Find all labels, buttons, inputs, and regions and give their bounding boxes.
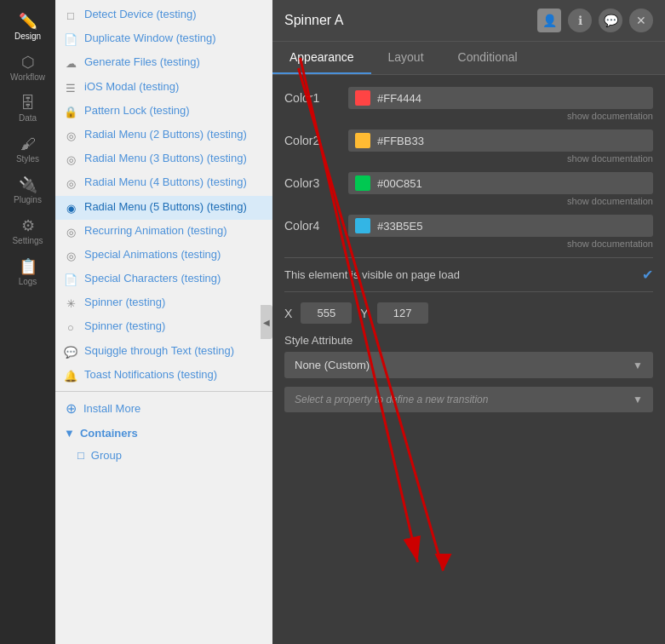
sidebar-item-workflow[interactable]: ⬡ Workflow xyxy=(0,48,55,89)
y-input[interactable] xyxy=(377,302,428,324)
sidebar-item-logs[interactable]: 📋 Logs xyxy=(0,252,55,293)
tab-appearance[interactable]: Appearance xyxy=(272,42,371,74)
color2-swatch-container[interactable]: #FFBB33 xyxy=(348,129,653,152)
color4-value: #33B5E5 xyxy=(377,220,423,233)
radial-menu-3-icon: ◎ xyxy=(64,152,77,168)
component-label: Squiggle through Text (testing) xyxy=(84,343,234,359)
color1-swatch-container[interactable]: #FF4444 xyxy=(348,87,653,109)
color1-label: Color1 xyxy=(284,91,340,105)
color4-swatch-container[interactable]: #33B5E5 xyxy=(348,215,653,237)
design-icon: ✏️ xyxy=(19,14,37,29)
color4-show-doc[interactable]: show documentation xyxy=(284,239,653,249)
component-label: Radial Menu (3 Buttons) (testing) xyxy=(84,151,247,166)
color2-field: Color2 #FFBB33 xyxy=(284,129,653,152)
x-input[interactable] xyxy=(301,302,352,324)
component-label: Radial Menu (4 Buttons) (testing) xyxy=(84,175,247,190)
component-detect-device[interactable]: □ Detect Device (testing) xyxy=(55,3,272,27)
component-spinner-1[interactable]: ✳ Spinner (testing) xyxy=(55,291,272,315)
y-label: Y xyxy=(360,307,368,320)
component-special-characters[interactable]: 📄 Special Characters (testing) xyxy=(55,267,272,291)
xy-row: X Y xyxy=(284,302,653,324)
tab-conditional[interactable]: Conditional xyxy=(441,42,535,74)
avatar-button[interactable]: 👤 xyxy=(537,9,561,32)
sidebar-item-data[interactable]: 🗄 Data xyxy=(0,89,55,129)
color3-show-doc[interactable]: show documentation xyxy=(284,196,653,206)
ios-modal-icon: ☰ xyxy=(64,81,77,96)
info-button[interactable]: ℹ xyxy=(568,9,592,32)
containers-header[interactable]: ▼ Containers xyxy=(55,422,272,445)
components-list: □ Detect Device (testing) 📄 Duplicate Wi… xyxy=(55,0,272,469)
transition-placeholder: Select a property to define a new transi… xyxy=(295,394,488,405)
prop-body: Color1 #FF4444 show documentation Color2… xyxy=(272,75,665,644)
color1-value: #FF4444 xyxy=(377,92,421,105)
component-radial-menu-4[interactable]: ◎ Radial Menu (4 Buttons) (testing) xyxy=(55,171,272,195)
radial-menu-5-icon: ◉ xyxy=(64,201,77,216)
header-actions: 👤 ℹ 💬 ✕ xyxy=(537,9,653,32)
component-radial-menu-3[interactable]: ◎ Radial Menu (3 Buttons) (testing) xyxy=(55,147,272,171)
spinner-1-icon: ✳ xyxy=(64,296,77,312)
recurring-animation-icon: ◎ xyxy=(64,225,77,240)
sidebar-item-settings[interactable]: ⚙ Settings xyxy=(0,211,55,252)
chat-button[interactable]: 💬 xyxy=(599,9,622,32)
component-label: Radial Menu (2 Buttons) (testing) xyxy=(84,127,247,142)
properties-header: Spinner A 👤 ℹ 💬 ✕ xyxy=(272,0,665,42)
sidebar-label-logs: Logs xyxy=(19,278,37,286)
transition-dropdown[interactable]: Select a property to define a new transi… xyxy=(284,387,653,412)
transition-chevron-icon: ▼ xyxy=(633,394,643,405)
component-group[interactable]: □ Group xyxy=(55,445,272,466)
generate-files-icon: ☁ xyxy=(64,56,77,72)
containers-label: Containers xyxy=(80,427,138,440)
install-more-label: Install More xyxy=(83,402,140,415)
component-label: Pattern Lock (testing) xyxy=(84,103,190,118)
component-radial-menu-5[interactable]: ◉ Radial Menu (5 Buttons) (testing) xyxy=(55,196,272,220)
style-attribute-label: Style Attribute xyxy=(284,334,653,347)
data-icon: 🗄 xyxy=(20,95,36,111)
color2-row: Color2 #FFBB33 show documentation xyxy=(284,129,653,164)
component-label: Detect Device (testing) xyxy=(84,7,197,22)
component-pattern-lock[interactable]: 🔒 Pattern Lock (testing) xyxy=(55,100,272,124)
spinner-2-icon: ○ xyxy=(64,320,77,336)
component-squiggle[interactable]: 💬 Squiggle through Text (testing) xyxy=(55,340,272,364)
squiggle-icon: 💬 xyxy=(64,345,77,360)
prop-tabs: Appearance Layout Conditional xyxy=(272,42,665,75)
color2-show-doc[interactable]: show documentation xyxy=(284,153,653,164)
sidebar-item-design[interactable]: ✏️ Design xyxy=(0,7,55,48)
component-radial-menu-2[interactable]: ◎ Radial Menu (2 Buttons) (testing) xyxy=(55,124,272,147)
special-animations-icon: ◎ xyxy=(64,249,77,264)
component-generate-files[interactable]: ☁ Generate Files (testing) xyxy=(55,51,272,75)
panel-collapse-button[interactable]: ◀ xyxy=(261,305,272,339)
color3-swatch xyxy=(355,175,370,191)
component-duplicate-window[interactable]: 📄 Duplicate Window (testing) xyxy=(55,27,272,51)
install-more-button[interactable]: ⊕ Install More xyxy=(55,395,272,422)
component-recurring-animation[interactable]: ◎ Recurring Animation (testing) xyxy=(55,220,272,244)
sidebar-label-design: Design xyxy=(14,32,41,41)
color3-swatch-container[interactable]: #00C851 xyxy=(348,172,653,194)
sidebar-item-plugins[interactable]: 🔌 Plugins xyxy=(0,170,55,211)
visible-row: This element is visible on page load ✔ xyxy=(284,257,653,292)
component-toast[interactable]: 🔔 Toast Notifications (testing) xyxy=(55,364,272,388)
component-label: Special Animations (testing) xyxy=(84,247,221,262)
color2-label: Color2 xyxy=(284,134,340,147)
component-spinner-2[interactable]: ○ Spinner (testing) xyxy=(55,315,272,339)
style-attribute-dropdown[interactable]: None (Custom) ▼ xyxy=(284,352,653,378)
sidebar-item-styles[interactable]: 🖌 Styles xyxy=(0,129,55,170)
style-attribute-chevron-icon: ▼ xyxy=(633,359,643,371)
toast-icon: 🔔 xyxy=(64,369,77,384)
group-icon: □ xyxy=(77,449,84,462)
component-ios-modal[interactable]: ☰ iOS Modal (testing) xyxy=(55,76,272,100)
component-label: Special Characters (testing) xyxy=(84,271,221,286)
component-special-animations[interactable]: ◎ Special Animations (testing) xyxy=(55,244,272,267)
component-label: Duplicate Window (testing) xyxy=(84,31,216,46)
visible-label: This element is visible on page load xyxy=(284,268,460,281)
special-characters-icon: 📄 xyxy=(64,273,77,288)
collapse-arrow-icon: ◀ xyxy=(263,318,270,327)
workflow-icon: ⬡ xyxy=(21,55,35,70)
duplicate-window-icon: 📄 xyxy=(64,32,77,48)
style-attribute-value: None (Custom) xyxy=(295,359,370,371)
color1-row: Color1 #FF4444 show documentation xyxy=(284,87,653,121)
sidebar-label-styles: Styles xyxy=(16,155,39,164)
color1-show-doc[interactable]: show documentation xyxy=(284,111,653,121)
component-label: Recurring Animation (testing) xyxy=(84,223,227,239)
tab-layout[interactable]: Layout xyxy=(371,42,441,74)
close-button[interactable]: ✕ xyxy=(629,9,653,32)
